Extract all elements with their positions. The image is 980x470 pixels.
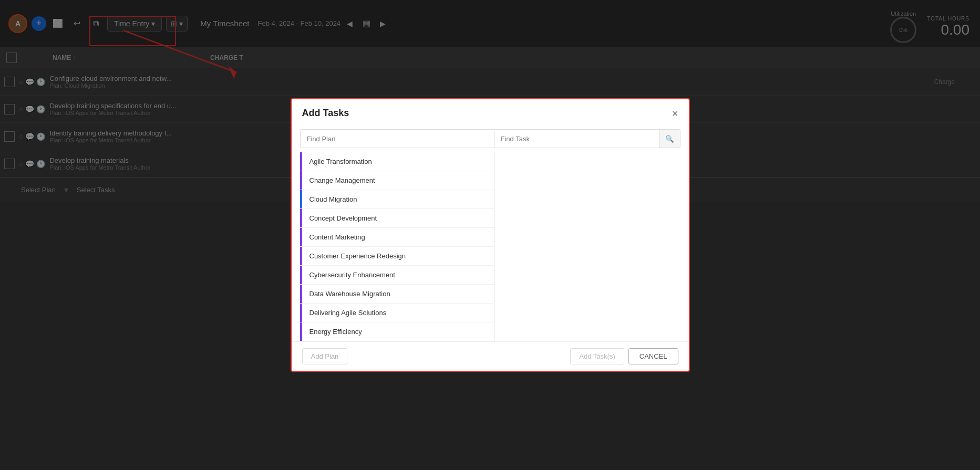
- plan-list-item[interactable]: Energy Efficiency: [300, 322, 494, 341]
- modal-footer: Add Plan Add Task(s) CANCEL: [292, 341, 689, 371]
- plan-list-item[interactable]: Concept Development: [300, 209, 494, 228]
- plan-accent-bar: [300, 228, 302, 246]
- plan-item-label: Delivering Agile Solutions: [304, 309, 387, 317]
- search-task-input[interactable]: [494, 129, 659, 148]
- plan-item-label: Agile Transformation: [304, 158, 372, 165]
- search-task-button[interactable]: 🔍: [659, 129, 680, 148]
- add-plan-button[interactable]: Add Plan: [302, 348, 348, 364]
- plan-list: Agile TransformationChange ManagementClo…: [300, 152, 494, 341]
- add-tasks-button[interactable]: Add Task(s): [570, 348, 624, 364]
- plan-item-label: Energy Efficiency: [304, 328, 362, 336]
- plan-accent-bar: [300, 304, 302, 322]
- plan-item-label: Data Warehouse Migration: [304, 290, 390, 298]
- plan-accent-bar: [300, 322, 302, 341]
- plan-list-item[interactable]: Customer Experience Redesign: [300, 247, 494, 266]
- plan-item-label: Cybersecurity Enhancement: [304, 271, 395, 279]
- plan-list-item[interactable]: Change Management: [300, 171, 494, 190]
- plan-list-item[interactable]: Cloud Migration: [300, 190, 494, 209]
- plan-list-item[interactable]: Data Warehouse Migration: [300, 285, 494, 304]
- modal-footer-right: Add Task(s) CANCEL: [570, 348, 678, 364]
- plan-item-label: Cloud Migration: [304, 195, 357, 203]
- modal-content-area: Agile TransformationChange ManagementClo…: [292, 152, 689, 341]
- search-icon: 🔍: [665, 135, 674, 143]
- plan-item-label: Change Management: [304, 176, 375, 184]
- plan-item-label: Customer Experience Redesign: [304, 252, 406, 260]
- modal-search-row: 🔍: [292, 125, 689, 152]
- task-area: [494, 152, 680, 341]
- plan-list-item[interactable]: Cybersecurity Enhancement: [300, 266, 494, 285]
- modal-overlay[interactable]: Add Tasks × 🔍 Agile TransformationChange…: [0, 0, 980, 470]
- plan-accent-bar: [300, 247, 302, 265]
- modal-close-button[interactable]: ×: [672, 108, 678, 119]
- modal-header: Add Tasks ×: [292, 99, 689, 125]
- plan-list-item[interactable]: Content Marketing: [300, 228, 494, 247]
- search-plan-input[interactable]: [300, 129, 494, 148]
- plan-accent-bar: [300, 171, 302, 190]
- plan-item-label: Content Marketing: [304, 233, 365, 241]
- plan-item-label: Concept Development: [304, 214, 377, 222]
- plan-accent-bar: [300, 266, 302, 284]
- plan-accent-bar: [300, 152, 302, 171]
- plan-accent-bar: [300, 190, 302, 208]
- plan-accent-bar: [300, 209, 302, 227]
- plan-accent-bar: [300, 285, 302, 303]
- add-tasks-modal: Add Tasks × 🔍 Agile TransformationChange…: [291, 98, 690, 372]
- plan-list-item[interactable]: Delivering Agile Solutions: [300, 304, 494, 322]
- plan-list-item[interactable]: Agile Transformation: [300, 152, 494, 171]
- modal-title: Add Tasks: [302, 108, 349, 119]
- cancel-button[interactable]: CANCEL: [628, 348, 678, 364]
